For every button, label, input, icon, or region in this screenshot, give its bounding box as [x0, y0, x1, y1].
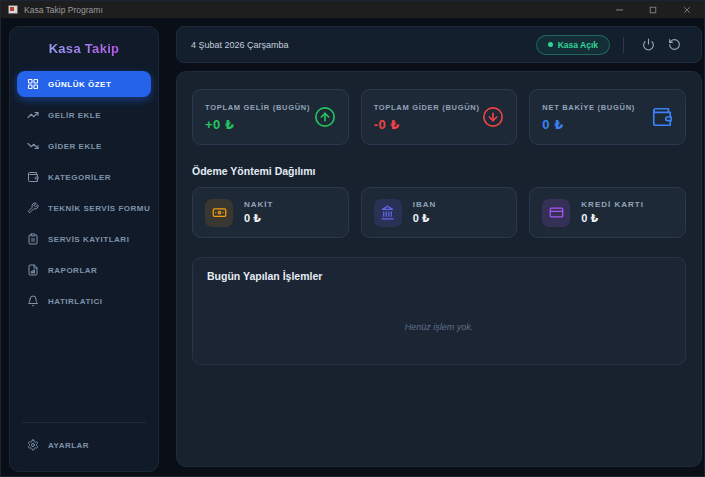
app-window: { "window": { "title": "Kasa Takip Progr…: [0, 0, 705, 477]
sidebar-item-label: KATEGORİLER: [48, 173, 111, 182]
file-icon: [27, 264, 39, 276]
sidebar-item-ayarlar[interactable]: AYARLAR: [17, 432, 151, 458]
payment-card-nakit: NAKİT 0 ₺: [192, 187, 349, 238]
payment-value: 0 ₺: [413, 212, 437, 225]
payment-methods-row: NAKİT 0 ₺ IBAN 0 ₺ KR: [177, 177, 701, 238]
trending-up-icon: [27, 109, 39, 121]
app-brand-title: Kasa Takip: [10, 41, 158, 56]
stat-label: NET BAKİYE (BUGÜN): [542, 103, 635, 112]
bank-icon: [374, 199, 402, 227]
sidebar-item-raporlar[interactable]: RAPORLAR: [17, 257, 151, 283]
stat-value: 0 ₺: [542, 117, 635, 132]
sidebar-item-label: TEKNİK SERVİS FORMU: [48, 204, 150, 213]
sidebar-item-servis-kayitlari[interactable]: SERVİS KAYITLARI: [17, 226, 151, 252]
transactions-panel: Bugün Yapılan İşlemler Henüz işlem yok.: [192, 257, 686, 365]
window-titlebar: Kasa Takip Programı: [1, 1, 704, 18]
sidebar-item-hatirlatici[interactable]: HATIRLATICI: [17, 288, 151, 314]
status-dot-icon: [548, 42, 553, 47]
payment-label: IBAN: [413, 200, 437, 209]
trending-down-icon: [27, 140, 39, 152]
sidebar-item-label: AYARLAR: [48, 441, 89, 450]
sidebar-item-label: GİDER EKLE: [48, 142, 102, 151]
grid-icon: [27, 78, 39, 90]
stat-label: TOPLAM GELİR (BUGÜN): [205, 103, 310, 112]
stat-card-net-bakiye: NET BAKİYE (BUGÜN) 0 ₺: [529, 89, 686, 145]
payment-value: 0 ₺: [581, 212, 644, 225]
minimize-button[interactable]: [602, 1, 636, 18]
sidebar-nav: GÜNLÜK ÖZET GELİR EKLE GİDER EKLE KATEGO…: [10, 71, 158, 314]
sidebar-footer: AYARLAR: [10, 422, 158, 463]
stat-value: +0 ₺: [205, 117, 310, 132]
sidebar-item-label: RAPORLAR: [48, 266, 97, 275]
stat-value: -0 ₺: [374, 117, 480, 132]
clipboard-icon: [27, 233, 39, 245]
main-content: TOPLAM GELİR (BUGÜN) +0 ₺ TOPLAM GİDER (…: [176, 71, 702, 467]
topbar: 4 Şubat 2026 Çarşamba Kasa Açık: [176, 26, 702, 63]
sidebar-item-label: SERVİS KAYITLARI: [48, 235, 129, 244]
payment-label: NAKİT: [244, 200, 273, 209]
stat-card-toplam-gider: TOPLAM GİDER (BUGÜN) -0 ₺: [361, 89, 518, 145]
power-icon: [642, 38, 655, 51]
sidebar-item-label: GELİR EKLE: [48, 111, 101, 120]
sidebar: Kasa Takip GÜNLÜK ÖZET GELİR EKLE GİDER …: [9, 26, 159, 472]
refresh-button[interactable]: [661, 33, 687, 57]
sidebar-item-kategoriler[interactable]: KATEGORİLER: [17, 164, 151, 190]
sidebar-divider: [22, 422, 146, 423]
payment-value: 0 ₺: [244, 212, 273, 225]
power-button[interactable]: [635, 33, 661, 57]
minimize-icon: [615, 5, 624, 14]
close-icon: [683, 6, 691, 14]
close-button[interactable]: [670, 1, 704, 18]
credit-card-icon: [542, 199, 570, 227]
sidebar-item-gider-ekle[interactable]: GİDER EKLE: [17, 133, 151, 159]
sidebar-item-label: HATIRLATICI: [48, 297, 103, 306]
transactions-empty-message: Henüz işlem yok.: [193, 322, 685, 332]
payment-section-title: Ödeme Yöntemi Dağılımı: [177, 145, 701, 177]
wallet-icon: [27, 171, 39, 183]
wallet-icon: [651, 106, 673, 128]
stat-card-toplam-gelir: TOPLAM GELİR (BUGÜN) +0 ₺: [192, 89, 349, 145]
app-icon: [8, 5, 18, 14]
banknote-icon: [205, 199, 233, 227]
payment-card-kredi-karti: KREDİ KARTI 0 ₺: [529, 187, 686, 238]
status-label: Kasa Açık: [558, 40, 598, 50]
gear-icon: [27, 439, 39, 451]
window-controls: [602, 1, 704, 18]
wrench-icon: [27, 202, 39, 214]
refresh-icon: [668, 38, 681, 51]
stats-row: TOPLAM GELİR (BUGÜN) +0 ₺ TOPLAM GİDER (…: [177, 72, 701, 145]
sidebar-item-teknik-servis-formu[interactable]: TEKNİK SERVİS FORMU: [17, 195, 151, 221]
transactions-title: Bugün Yapılan İşlemler: [207, 270, 671, 282]
maximize-button[interactable]: [636, 1, 670, 18]
payment-card-iban: IBAN 0 ₺: [361, 187, 518, 238]
arrow-down-circle-icon: [482, 106, 504, 128]
sidebar-item-gelir-ekle[interactable]: GELİR EKLE: [17, 102, 151, 128]
window-title: Kasa Takip Programı: [24, 5, 103, 15]
payment-label: KREDİ KARTI: [581, 200, 644, 209]
kasa-status-button[interactable]: Kasa Açık: [536, 35, 610, 55]
current-date: 4 Şubat 2026 Çarşamba: [191, 40, 289, 50]
topbar-divider: [623, 37, 624, 53]
stat-label: TOPLAM GİDER (BUGÜN): [374, 103, 480, 112]
bell-icon: [27, 295, 39, 307]
sidebar-item-gunluk-ozet[interactable]: GÜNLÜK ÖZET: [17, 71, 151, 97]
sidebar-item-label: GÜNLÜK ÖZET: [48, 80, 111, 89]
arrow-up-circle-icon: [314, 106, 336, 128]
maximize-icon: [649, 6, 657, 14]
